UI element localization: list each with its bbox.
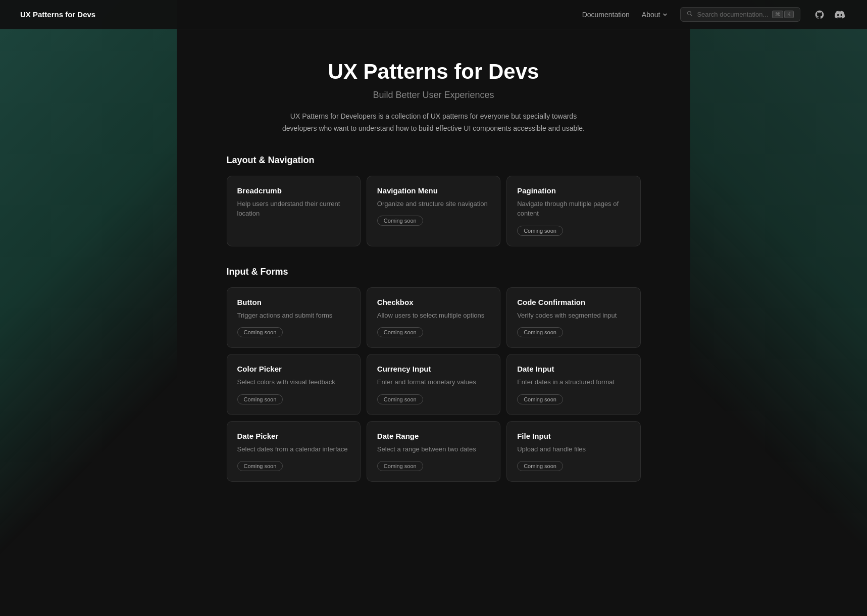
card-description-code-confirmation: Verify codes with segmented input	[517, 311, 630, 321]
card-title-navigation-menu: Navigation Menu	[377, 186, 490, 195]
card-description-color-picker: Select colors with visual feedback	[237, 377, 350, 387]
card-description-file-input: Upload and handle files	[517, 444, 630, 454]
coming-soon-badge-file-input: Coming soon	[517, 461, 563, 471]
coming-soon-badge-date-range: Coming soon	[377, 461, 423, 471]
app-wrapper: UX Patterns for Devs Documentation About	[0, 0, 867, 616]
card-title-file-input: File Input	[517, 432, 630, 440]
card-currency-input[interactable]: Currency InputEnter and format monetary …	[367, 354, 500, 415]
svg-line-1	[691, 15, 692, 16]
card-button[interactable]: ButtonTrigger actions and submit formsCo…	[227, 287, 361, 348]
card-checkbox[interactable]: CheckboxAllow users to select multiple o…	[367, 287, 500, 348]
card-title-code-confirmation: Code Confirmation	[517, 298, 630, 306]
card-title-color-picker: Color Picker	[237, 365, 350, 373]
hero-subtitle: Build Better User Experiences	[20, 90, 847, 100]
card-date-picker[interactable]: Date PickerSelect dates from a calendar …	[227, 421, 361, 482]
coming-soon-badge-code-confirmation: Coming soon	[517, 327, 563, 337]
card-description-breadcrumb: Help users understand their current loca…	[237, 199, 350, 219]
card-title-currency-input: Currency Input	[377, 365, 490, 373]
card-description-date-input: Enter dates in a structured format	[517, 377, 630, 387]
card-navigation-menu[interactable]: Navigation MenuOrganize and structure si…	[367, 176, 500, 246]
cards-grid-input-forms: ButtonTrigger actions and submit formsCo…	[227, 287, 641, 482]
card-description-date-picker: Select dates from a calendar interface	[237, 444, 350, 454]
card-description-currency-input: Enter and format monetary values	[377, 377, 490, 387]
section-title-layout-navigation: Layout & Navigation	[227, 155, 641, 166]
card-breadcrumb[interactable]: BreadcrumbHelp users understand their cu…	[227, 176, 361, 246]
card-title-checkbox: Checkbox	[377, 298, 490, 306]
coming-soon-badge-pagination: Coming soon	[517, 226, 563, 236]
card-color-picker[interactable]: Color PickerSelect colors with visual fe…	[227, 354, 361, 415]
search-placeholder: Search documentation...	[697, 11, 768, 18]
card-pagination[interactable]: PaginationNavigate through multiple page…	[506, 176, 640, 246]
about-label: About	[642, 11, 660, 19]
card-description-pagination: Navigate through multiple pages of conte…	[517, 199, 630, 219]
nav-right: Documentation About Search documentati	[582, 7, 847, 22]
section-input-forms: Input & FormsButtonTrigger actions and s…	[227, 267, 641, 482]
cards-grid-layout-navigation: BreadcrumbHelp users understand their cu…	[227, 176, 641, 246]
coming-soon-badge-checkbox: Coming soon	[377, 327, 423, 337]
kbd-cmd: ⌘	[772, 11, 783, 18]
section-layout-navigation: Layout & NavigationBreadcrumbHelp users …	[227, 155, 641, 246]
github-link[interactable]	[812, 8, 827, 22]
about-dropdown[interactable]: About	[642, 11, 669, 19]
card-title-button: Button	[237, 298, 350, 306]
search-kbd: ⌘ K	[772, 11, 794, 18]
card-description-checkbox: Allow users to select multiple options	[377, 311, 490, 321]
coming-soon-badge-date-picker: Coming soon	[237, 461, 283, 471]
card-title-pagination: Pagination	[517, 186, 630, 195]
card-description-date-range: Select a range between two dates	[377, 444, 490, 454]
coming-soon-badge-button: Coming soon	[237, 327, 283, 337]
hero: UX Patterns for Devs Build Better User E…	[0, 29, 867, 155]
card-code-confirmation[interactable]: Code ConfirmationVerify codes with segme…	[506, 287, 640, 348]
main-content: UX Patterns for Devs Documentation About	[0, 0, 867, 532]
card-date-range[interactable]: Date RangeSelect a range between two dat…	[367, 421, 500, 482]
content-area: Layout & NavigationBreadcrumbHelp users …	[207, 155, 661, 533]
hero-title: UX Patterns for Devs	[20, 60, 847, 84]
sections-container: Layout & NavigationBreadcrumbHelp users …	[227, 155, 641, 482]
coming-soon-badge-navigation-menu: Coming soon	[377, 216, 423, 226]
nav-icons	[812, 8, 847, 22]
coming-soon-badge-currency-input: Coming soon	[377, 394, 423, 404]
coming-soon-badge-date-input: Coming soon	[517, 394, 563, 404]
card-description-navigation-menu: Organize and structure site navigation	[377, 199, 490, 209]
card-title-date-input: Date Input	[517, 365, 630, 373]
chevron-down-icon	[662, 12, 668, 18]
section-title-input-forms: Input & Forms	[227, 267, 641, 277]
coming-soon-badge-color-picker: Coming soon	[237, 394, 283, 404]
search-icon	[687, 11, 693, 18]
card-file-input[interactable]: File InputUpload and handle filesComing …	[506, 421, 640, 482]
navbar: UX Patterns for Devs Documentation About	[0, 0, 867, 29]
documentation-link[interactable]: Documentation	[582, 11, 630, 19]
card-title-date-range: Date Range	[377, 432, 490, 440]
discord-link[interactable]	[833, 8, 847, 22]
card-title-date-picker: Date Picker	[237, 432, 350, 440]
search-box[interactable]: Search documentation... ⌘ K	[680, 7, 800, 22]
card-description-button: Trigger actions and submit forms	[237, 311, 350, 321]
hero-description: UX Patterns for Developers is a collecti…	[282, 111, 585, 135]
kbd-k: K	[784, 11, 794, 18]
card-title-breadcrumb: Breadcrumb	[237, 186, 350, 195]
nav-brand: UX Patterns for Devs	[20, 10, 95, 19]
card-date-input[interactable]: Date InputEnter dates in a structured fo…	[506, 354, 640, 415]
